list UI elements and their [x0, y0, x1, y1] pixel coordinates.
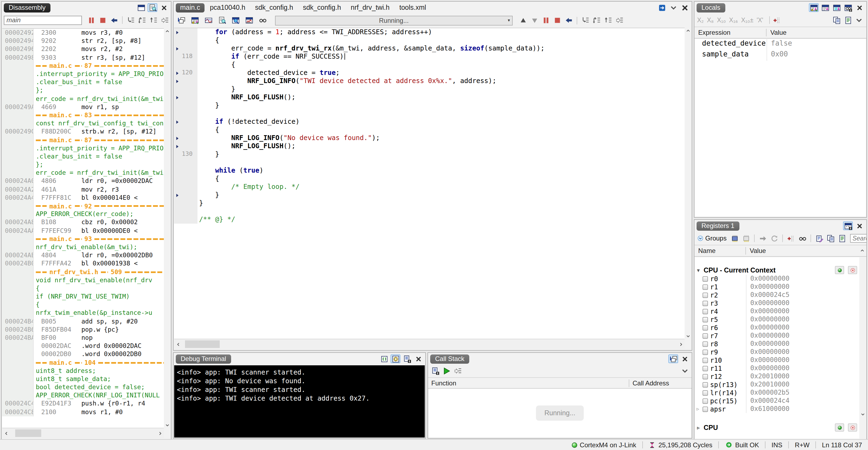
- register-row[interactable]: pc(r15)0x000024c4: [695, 397, 859, 405]
- disassembly-row[interactable]: 000024B0F7FFFA42bl 0x00001938 <: [2, 260, 164, 268]
- register-row[interactable]: r20x000024c5: [695, 291, 859, 299]
- scroll-down-icon[interactable]: [164, 422, 170, 428]
- registers-window-icon[interactable]: [843, 221, 853, 230]
- copy-icon[interactable]: [832, 16, 841, 24]
- disassembly-row[interactable]: 00002DAC.word 0x00002DAC: [2, 342, 164, 350]
- disassembly-row[interactable]: 000024A4F7FFF81Cbl 0x000014E0 <: [2, 194, 164, 202]
- terminal-output[interactable]: <info> app: TWI scanner started.<info> a…: [174, 365, 425, 438]
- step-into-icon[interactable]: [126, 16, 135, 24]
- scroll-right-icon[interactable]: [677, 342, 685, 347]
- code-line[interactable]: NRF_LOG_FLUSH();: [174, 142, 685, 150]
- terminal-capture-icon[interactable]: [379, 355, 389, 363]
- disassembly-row[interactable]: nrf_drv_twi.h509: [2, 268, 164, 276]
- register-checkbox[interactable]: [703, 349, 708, 355]
- expand-icon[interactable]: ▷: [696, 407, 699, 412]
- disassembly-row[interactable]: 000024B6F85DFB04pop.w {pc}: [2, 326, 164, 334]
- code-line[interactable]: NRF_LOG_INFO("TWI device detected at add…: [174, 77, 685, 85]
- disassembly-row[interactable]: 000024AE4804ldr r0, =0x00002DB0: [2, 251, 164, 260]
- line-number-gutter[interactable]: [174, 85, 197, 93]
- disassembly-row[interactable]: 000024922300movs r3, #0: [2, 29, 164, 37]
- disassembly-row[interactable]: 000024949202str r2, [sp, #8]: [2, 37, 164, 45]
- radix-button[interactable]: X₂: [697, 17, 704, 23]
- find-in-files-icon[interactable]: [148, 3, 157, 12]
- jump-arrow-icon[interactable]: [758, 234, 768, 243]
- scrollbar-thumb[interactable]: [185, 340, 220, 348]
- register-row[interactable]: r40x00000000: [695, 307, 859, 316]
- code-line[interactable]: }: [174, 191, 685, 199]
- properties-icon[interactable]: [814, 234, 824, 243]
- register-row[interactable]: r110x00000000: [695, 364, 859, 372]
- code-line[interactable]: /** @} */: [174, 215, 685, 223]
- code-line[interactable]: 130 }: [174, 150, 685, 158]
- code-line[interactable]: }: [174, 101, 685, 110]
- disassembly-row[interactable]: nrfx_twim_enable(&p_instance->u: [2, 309, 164, 317]
- register-row[interactable]: r80x00000000: [695, 340, 859, 348]
- register-checkbox[interactable]: [703, 406, 708, 412]
- register-row[interactable]: r100x00000000: [695, 356, 859, 364]
- register-row[interactable]: r120x20010000: [695, 372, 859, 381]
- register-checkbox[interactable]: [703, 276, 708, 281]
- close-icon[interactable]: [680, 355, 689, 363]
- line-number-gutter[interactable]: [174, 134, 197, 142]
- window-icon[interactable]: [136, 3, 146, 12]
- disassembly-row[interactable]: 000024A04806ldr r0, =0x00002DAC: [2, 177, 164, 185]
- column-name[interactable]: Name: [694, 247, 745, 254]
- editor-horizontal-scrollbar[interactable]: [174, 339, 685, 349]
- disassembly-row[interactable]: 000024C82100movs r1, #0: [2, 408, 164, 416]
- step-out-icon[interactable]: [603, 16, 613, 25]
- disassembly-row[interactable]: void nrf_drv_twi_enable(nrf_drv: [2, 276, 164, 284]
- group-disable-icon[interactable]: [848, 266, 857, 274]
- collapse-icon[interactable]: ▾: [697, 267, 702, 273]
- column-function[interactable]: Function: [428, 379, 629, 387]
- scroll-right-icon[interactable]: [156, 431, 164, 436]
- register-checkbox[interactable]: [703, 284, 708, 290]
- disassembly-row[interactable]: bool detected_device = false;: [2, 383, 164, 391]
- code-line[interactable]: if (!detected_device): [174, 118, 685, 126]
- line-number-gutter[interactable]: [174, 199, 197, 207]
- registers-vertical-scrollbar[interactable]: [859, 257, 866, 439]
- disassembly-row[interactable]: 0000249CF88D200Cstrb.w r2, [sp, #12]: [2, 128, 164, 136]
- locals-row[interactable]: sample_data0x00: [695, 50, 866, 61]
- back-arrow-icon[interactable]: [109, 16, 119, 24]
- watch-4-icon[interactable]: [843, 3, 853, 12]
- pause-icon[interactable]: [541, 16, 551, 25]
- line-number-gutter[interactable]: [174, 36, 197, 44]
- column-call-address[interactable]: Call Address: [629, 379, 692, 387]
- register-checkbox[interactable]: [703, 325, 708, 330]
- add-find-icon[interactable]: [798, 234, 807, 243]
- register-checkbox[interactable]: [703, 317, 708, 322]
- chevron-down-icon[interactable]: [680, 367, 689, 376]
- line-number-gutter[interactable]: [174, 77, 197, 85]
- register-row[interactable]: ▷apsr0x61000000: [695, 405, 859, 413]
- disassembly-row[interactable]: .interrupt_priority = APP_IRQ_PRIORITY: [2, 70, 164, 78]
- stop-icon[interactable]: [98, 16, 107, 24]
- watch-1-icon[interactable]: [809, 3, 818, 12]
- register-row[interactable]: r70x00000000: [695, 332, 859, 340]
- cascade-windows-icon[interactable]: [176, 16, 186, 25]
- code-line[interactable]: while (true): [174, 167, 685, 175]
- scroll-down-icon[interactable]: [685, 333, 691, 339]
- register-row[interactable]: r30x00000000: [695, 299, 859, 307]
- arrow-down-icon[interactable]: [529, 16, 539, 25]
- add-row-icon[interactable]: [786, 234, 796, 243]
- disassembly-row[interactable]: 0000249A4669mov r1, sp: [2, 103, 164, 111]
- scroll-up-icon[interactable]: [164, 28, 170, 34]
- line-number-gutter[interactable]: [174, 175, 197, 183]
- code-line[interactable]: 120 detected_device = true;: [174, 69, 685, 77]
- chip-blue-icon[interactable]: [730, 234, 740, 243]
- chevron-down-icon[interactable]: [669, 3, 678, 12]
- register-checkbox[interactable]: [703, 366, 708, 371]
- scrollbar-thumb[interactable]: [15, 429, 41, 437]
- refresh-icon[interactable]: [770, 234, 779, 243]
- register-row[interactable]: lr(r14)0x000002b5: [695, 389, 859, 397]
- disassembly-row[interactable]: 00002DB0.word 0x00002DB0: [2, 350, 164, 359]
- register-checkbox[interactable]: [703, 357, 708, 363]
- disassembly-filter-input[interactable]: [4, 16, 82, 25]
- tab-nrf_drv_twi.h[interactable]: nrf_drv_twi.h: [346, 3, 394, 12]
- code-line[interactable]: for (address = 1; address <= TWI_ADDRESS…: [174, 28, 685, 36]
- register-row[interactable]: r50x00000000: [695, 316, 859, 324]
- code-glasses-icon[interactable]: [258, 16, 268, 25]
- report-icon[interactable]: [843, 16, 853, 24]
- step-into-icon[interactable]: [581, 16, 590, 25]
- code-line[interactable]: NRF_LOG_INFO("No device was found.");: [174, 134, 685, 142]
